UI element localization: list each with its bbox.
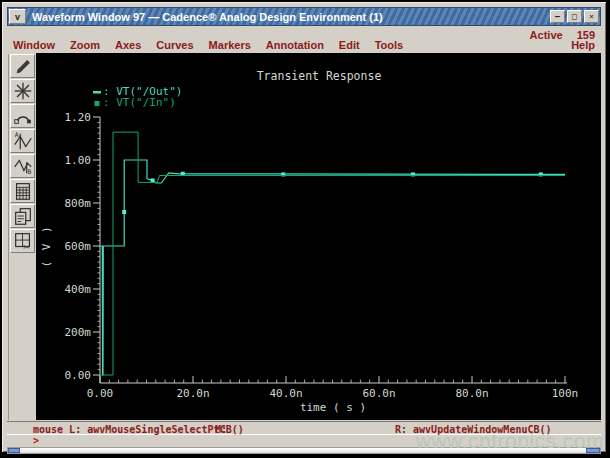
menu-item-axes[interactable]: Axes — [115, 39, 141, 54]
calculator-button[interactable] — [10, 179, 35, 203]
x-tick-label: 0.00 — [87, 387, 114, 400]
split-window-button[interactable]: ✂ — [10, 229, 35, 253]
legend-entry: : VT("/In") — [103, 96, 176, 109]
y-tick-label: 800m — [65, 197, 92, 210]
application-window: v Waveform Window 97 — Cadence® Analog D… — [2, 2, 606, 452]
minimize-button[interactable]: — — [550, 10, 565, 23]
svg-text:✂: ✂ — [23, 243, 30, 252]
brush-tool-button[interactable] — [10, 54, 35, 78]
y-tick-label: 400m — [65, 283, 92, 296]
calculator-icon — [12, 180, 34, 202]
y-tick-label: 1.20 — [65, 111, 92, 124]
y-tick-label: 0.00 — [65, 369, 92, 382]
watermark: www.cntronics.com — [416, 429, 604, 453]
maximize-icon: □ — [572, 12, 577, 21]
arc-icon — [12, 105, 34, 127]
maximize-button[interactable]: □ — [567, 10, 582, 23]
y-tick-label: 200m — [65, 326, 92, 339]
scrollbar-left-corner[interactable] — [8, 448, 20, 453]
window-title: Waveform Window 97 — Cadence® Analog Des… — [32, 11, 550, 23]
status-mouse-middle: M: — [215, 424, 227, 435]
menu-item-zoom[interactable]: Zoom — [70, 39, 100, 54]
trace-marker — [151, 178, 155, 182]
title-bar[interactable]: v Waveform Window 97 — Cadence® Analog D… — [7, 7, 601, 26]
menu-item-tools[interactable]: Tools — [375, 39, 404, 54]
legend-square-glyph — [95, 101, 100, 106]
starburst-icon — [12, 80, 34, 102]
copy-icon — [12, 205, 34, 227]
brush-icon — [12, 55, 34, 77]
transient-response-chart[interactable]: 1.201.00800m600m400m200m0.000.0020.0n40.… — [36, 53, 601, 420]
close-button[interactable]: ✕ — [584, 10, 599, 23]
legend-dash-glyph — [93, 91, 101, 94]
window-controls: — □ ✕ — [550, 10, 599, 23]
y-axis-label: ( V ) — [40, 224, 53, 267]
status-mouse-left: mouse L: awvMouseSingleSelectPtCB() — [33, 424, 244, 435]
y-tick-label: 1.00 — [65, 154, 92, 167]
waveform-marker-b-button[interactable]: B — [10, 154, 35, 178]
menu-item-markers[interactable]: Markers — [209, 39, 251, 54]
arc-tool-button[interactable] — [10, 104, 35, 128]
waveform-marker-b-icon: B — [12, 155, 34, 177]
chart-title: Transient Response — [257, 69, 382, 83]
waveform-marker-a-button[interactable]: A — [10, 129, 35, 153]
menu-item-edit[interactable]: Edit — [339, 39, 360, 54]
prompt-symbol: > — [33, 435, 39, 446]
menu-item-curves[interactable]: Curves — [156, 39, 193, 54]
trace-in — [100, 132, 565, 375]
window-scissors-icon: ✂ — [12, 230, 34, 252]
svg-text:A: A — [14, 131, 18, 139]
close-icon: ✕ — [589, 12, 594, 21]
menu-item-annotation[interactable]: Annotation — [266, 39, 324, 54]
waveform-marker-a-icon: A — [12, 130, 34, 152]
x-tick-label: 80.0n — [455, 387, 488, 400]
toolbar: AB✂ — [8, 54, 36, 420]
plot-area[interactable]: 1.201.00800m600m400m200m0.000.0020.0n40.… — [36, 53, 601, 420]
menu-item-help[interactable]: Help — [571, 39, 595, 54]
x-axis-label: time ( s ) — [300, 401, 366, 414]
window-menu-button[interactable]: v — [9, 9, 26, 24]
x-tick-label: 40.0n — [269, 387, 302, 400]
svg-text:B: B — [27, 168, 31, 176]
menu-bar: WindowZoomAxesCurvesMarkersAnnotationEdi… — [13, 39, 595, 54]
copy-window-button[interactable] — [10, 204, 35, 228]
x-tick-label: 60.0n — [362, 387, 395, 400]
trace-out — [100, 160, 565, 375]
y-tick-label: 600m — [65, 240, 92, 253]
x-tick-label: 100n — [552, 387, 579, 400]
x-tick-label: 20.0n — [176, 387, 209, 400]
menu-item-window[interactable]: Window — [13, 39, 55, 54]
chevron-down-icon: v — [15, 12, 20, 22]
minimize-icon: — — [555, 12, 560, 21]
starburst-tool-button[interactable] — [10, 79, 35, 103]
trace-marker — [122, 210, 126, 214]
